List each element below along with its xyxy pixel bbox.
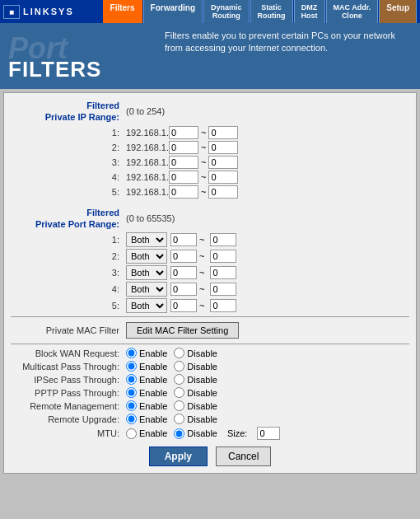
ip-from-4[interactable]	[169, 171, 198, 184]
ip-prefix-5: 192.168.1.	[126, 187, 169, 197]
ip-from-3[interactable]	[169, 156, 198, 169]
port-to-1[interactable]	[210, 233, 236, 246]
block-wan-row: Block WAN Request: Enable Disable	[11, 348, 409, 358]
mtu-row: MTU: Enable Disable Size:	[11, 427, 409, 440]
title-description: Filters enable you to prevent certain PC…	[165, 30, 412, 55]
apply-button[interactable]: Apply	[149, 447, 208, 466]
ip-to-5[interactable]	[208, 185, 238, 199]
port-type-select-2[interactable]: BothTCPUDP	[126, 249, 167, 264]
ipsec-enable-radio[interactable]	[126, 374, 137, 385]
block-wan-enable-radio[interactable]	[126, 348, 137, 358]
port-from-5[interactable]	[170, 299, 197, 312]
mtu-label: MTU:	[11, 428, 126, 438]
remote-upgrade-disable[interactable]: Disable	[174, 414, 217, 424]
mtu-enable[interactable]: Enable	[126, 428, 167, 439]
ip-to-2[interactable]	[208, 141, 238, 154]
port-type-select-1[interactable]: BothTCPUDP	[126, 232, 167, 247]
ipsec-label: IPSec Pass Through:	[11, 375, 126, 385]
pptp-enable-radio[interactable]	[126, 387, 137, 398]
button-row: Apply Cancel	[11, 447, 409, 466]
ip-prefix-4: 192.168.1.	[126, 172, 169, 182]
multicast-disable[interactable]: Disable	[174, 361, 217, 372]
tab-dmz-host[interactable]: DMZHost	[294, 0, 325, 24]
mtu-disable-radio[interactable]	[174, 428, 184, 439]
mtu-disable[interactable]: Disable	[174, 428, 217, 439]
mac-filter-label: Private MAC Filter	[11, 325, 126, 335]
tab-forwarding[interactable]: Forwarding	[143, 0, 203, 24]
pptp-row: PPTP Pass Through: Enable Disable	[11, 387, 409, 398]
ip-section-header: FilteredPrivate IP Range: (0 to 254)	[11, 100, 409, 124]
port-to-2[interactable]	[210, 250, 236, 263]
mtu-options: Enable Disable Size:	[126, 427, 280, 440]
ip-from-5[interactable]	[169, 185, 198, 199]
tilde-3: ~	[201, 157, 206, 167]
pptp-enable[interactable]: Enable	[126, 387, 167, 398]
ipsec-enable[interactable]: Enable	[126, 374, 167, 385]
tab-mac-addr-clone[interactable]: MAC Addr.Clone	[326, 0, 379, 24]
ip-to-3[interactable]	[208, 156, 238, 169]
port-row-3: 3: BothTCPUDP ~	[11, 265, 409, 280]
page-title: FILTERS	[8, 57, 101, 82]
remote-upgrade-disable-radio[interactable]	[174, 414, 184, 424]
ip-to-1[interactable]	[208, 126, 238, 139]
block-wan-enable[interactable]: Enable	[126, 348, 167, 358]
multicast-enable-radio[interactable]	[126, 361, 137, 372]
mac-filter-row: Private MAC Filter Edit MAC Filter Setti…	[11, 322, 409, 339]
pptp-disable-radio[interactable]	[174, 387, 184, 398]
port-row-label-5: 5:	[11, 301, 126, 311]
multicast-row: Multicast Pass Through: Enable Disable	[11, 361, 409, 372]
port-to-3[interactable]	[210, 266, 236, 279]
ipsec-enable-label: Enable	[139, 375, 167, 385]
ipsec-disable-radio[interactable]	[174, 374, 184, 385]
port-to-4[interactable]	[210, 283, 236, 296]
tab-static-routing[interactable]: StaticRouting	[250, 0, 293, 24]
multicast-options: Enable Disable	[126, 361, 217, 372]
ip-from-2[interactable]	[169, 141, 198, 154]
block-wan-label: Block WAN Request:	[11, 348, 126, 358]
port-type-select-5[interactable]: BothTCPUDP	[126, 298, 167, 313]
remote-upgrade-enable[interactable]: Enable	[126, 414, 167, 424]
pptp-disable[interactable]: Disable	[174, 387, 217, 398]
block-wan-disable[interactable]: Disable	[174, 348, 217, 358]
tilde-4: ~	[201, 172, 206, 182]
header: ■ LINKSYS Filters Forwarding DynamicRout…	[0, 0, 420, 23]
divider-1	[11, 316, 409, 317]
main-content: FilteredPrivate IP Range: (0 to 254) 1: …	[3, 92, 417, 474]
tab-filters[interactable]: Filters	[103, 0, 142, 24]
ip-to-4[interactable]	[208, 171, 238, 184]
tilde-1: ~	[201, 128, 206, 138]
port-type-select-4[interactable]: BothTCPUDP	[126, 282, 167, 297]
remote-mgmt-enable[interactable]: Enable	[126, 400, 167, 411]
remote-upgrade-enable-radio[interactable]	[126, 414, 137, 424]
mtu-size-input[interactable]	[257, 427, 280, 440]
port-type-select-3[interactable]: BothTCPUDP	[126, 265, 167, 280]
port-tilde-1: ~	[199, 235, 204, 245]
ipsec-options: Enable Disable	[126, 374, 217, 385]
mtu-enable-label: Enable	[139, 428, 167, 438]
mtu-enable-radio[interactable]	[126, 428, 137, 439]
multicast-disable-radio[interactable]	[174, 361, 184, 372]
port-from-4[interactable]	[170, 283, 197, 296]
ip-from-1[interactable]	[169, 126, 198, 139]
remote-upgrade-enable-label: Enable	[139, 414, 167, 424]
block-wan-disable-radio[interactable]	[174, 348, 184, 358]
port-tilde-4: ~	[199, 284, 204, 294]
port-to-5[interactable]	[210, 299, 236, 312]
port-from-2[interactable]	[170, 250, 197, 263]
tilde-2: ~	[201, 143, 206, 152]
port-row-label-2: 2:	[11, 251, 126, 261]
edit-mac-filter-button[interactable]: Edit MAC Filter Setting	[126, 322, 239, 339]
remote-mgmt-enable-radio[interactable]	[126, 400, 137, 411]
tab-dynamic-routing[interactable]: DynamicRouting	[203, 0, 250, 24]
port-from-1[interactable]	[170, 233, 197, 246]
ip-row-label-5: 5:	[11, 187, 126, 197]
multicast-enable[interactable]: Enable	[126, 361, 167, 372]
cancel-button[interactable]: Cancel	[216, 447, 271, 466]
ipsec-disable[interactable]: Disable	[174, 374, 217, 385]
tab-setup[interactable]: Setup	[379, 0, 417, 24]
remote-mgmt-disable-radio[interactable]	[174, 400, 184, 411]
remote-mgmt-disable[interactable]: Disable	[174, 400, 217, 411]
title-area: Port FILTERS Filters enable you to preve…	[0, 23, 420, 89]
port-from-3[interactable]	[170, 266, 197, 279]
mtu-size-label: Size:	[227, 428, 247, 438]
